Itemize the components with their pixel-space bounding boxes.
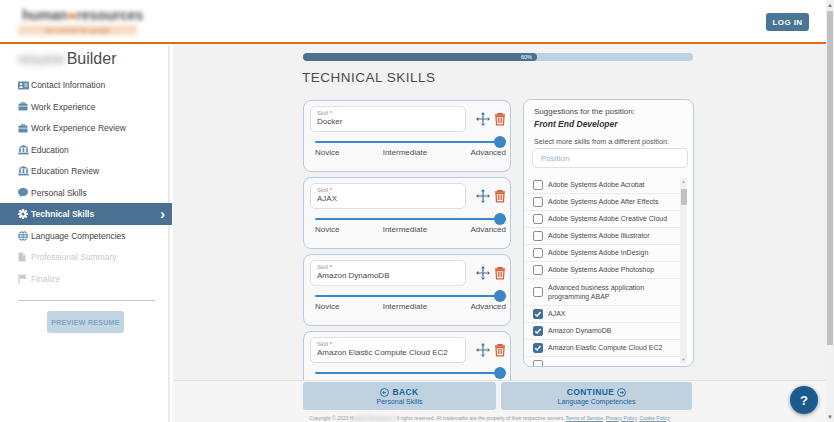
move-icon[interactable] bbox=[476, 112, 490, 126]
scroll-down-icon[interactable]: ▼ bbox=[826, 413, 834, 421]
suggestion-label: Adobe Systems Adobe Illustrator bbox=[548, 231, 650, 240]
move-icon[interactable] bbox=[476, 189, 490, 203]
list-scroll-up-icon[interactable]: ▲ bbox=[680, 178, 687, 186]
suggestion-row[interactable]: Adobe Systems Adobe Photoshop bbox=[524, 262, 680, 279]
suggestion-row[interactable]: AJAX bbox=[524, 306, 680, 323]
suggestion-label: AJAX bbox=[548, 309, 566, 318]
checkbox[interactable] bbox=[533, 214, 543, 224]
checkbox[interactable] bbox=[533, 265, 543, 275]
page-scrollbar[interactable]: ▲ ▼ bbox=[826, 0, 834, 422]
terms-link[interactable]: Terms of Service bbox=[566, 415, 603, 421]
skill-level-slider[interactable] bbox=[315, 372, 506, 375]
slider-thumb[interactable] bbox=[494, 367, 506, 379]
suggestion-row[interactable]: Adobe Systems Adobe Creative Cloud bbox=[524, 211, 680, 228]
login-button[interactable]: LOG IN bbox=[766, 13, 809, 31]
sidebar-nav: Contact InformationWork ExperienceWork E… bbox=[0, 74, 172, 289]
sidebar-item-technical-skills[interactable]: Technical Skills› bbox=[0, 203, 172, 225]
checkbox[interactable] bbox=[533, 248, 543, 258]
skill-input[interactable]: Skill *Amazon DynamoDB bbox=[310, 260, 466, 286]
cookie-link[interactable]: Cookie Policy bbox=[639, 415, 669, 421]
checkbox[interactable] bbox=[533, 360, 543, 367]
suggestion-row[interactable]: Adobe Systems Adobe InDesign bbox=[524, 245, 680, 262]
sidebar: resume Builder Contact InformationWork E… bbox=[0, 46, 170, 422]
document-icon bbox=[18, 252, 29, 262]
sidebar-item-education-review[interactable]: Education Review bbox=[0, 160, 172, 182]
continue-button[interactable]: CONTINUE Language Competencies bbox=[501, 382, 692, 410]
suggestion-row[interactable]: Adobe Systems Adobe After Effects bbox=[524, 194, 680, 211]
level-label: Novice bbox=[315, 148, 339, 157]
trash-icon[interactable] bbox=[494, 189, 506, 203]
page-title: TECHNICAL SKILLS bbox=[302, 70, 436, 85]
position-input[interactable]: Position bbox=[532, 148, 688, 168]
trash-icon[interactable] bbox=[494, 266, 506, 280]
skill-input[interactable]: Skill *Amazon Elastic Compute Cloud EC2 bbox=[310, 337, 466, 363]
skill-input-value: Amazon Elastic Compute Cloud EC2 bbox=[317, 348, 459, 357]
sidebar-item-label: Contact Information bbox=[31, 80, 105, 90]
suggestion-row[interactable]: Adobe Systems Adobe Illustrator bbox=[524, 228, 680, 245]
level-label: Advanced bbox=[470, 225, 506, 234]
sidebar-item-language-competencies[interactable]: Language Competencies bbox=[0, 225, 172, 247]
suggestions-panel: Suggestions for the position: Front End … bbox=[523, 99, 694, 367]
level-label: Novice bbox=[315, 225, 339, 234]
list-scrollbar[interactable]: ▲ ▼ bbox=[680, 178, 687, 364]
level-label: Advanced bbox=[470, 148, 506, 157]
checkbox[interactable] bbox=[533, 197, 543, 207]
trash-icon[interactable] bbox=[494, 343, 506, 357]
gear-icon bbox=[18, 209, 29, 219]
move-icon[interactable] bbox=[476, 266, 490, 280]
suggestion-label: Amazon DynamoDB bbox=[548, 326, 611, 335]
briefcase-icon bbox=[18, 102, 29, 112]
suggestion-row[interactable]: Adobe Systems Adobe Acrobat bbox=[524, 177, 680, 194]
scroll-up-icon[interactable]: ▲ bbox=[826, 1, 834, 9]
checkbox[interactable] bbox=[533, 180, 543, 190]
privacy-link[interactable]: Privacy Policy bbox=[606, 415, 637, 421]
level-label: Intermediate bbox=[383, 302, 427, 311]
trash-icon[interactable] bbox=[494, 112, 506, 126]
list-scroll-down-icon[interactable]: ▼ bbox=[680, 356, 687, 364]
scroll-thumb[interactable] bbox=[827, 11, 833, 345]
suggestion-row[interactable] bbox=[524, 357, 680, 367]
move-icon[interactable] bbox=[476, 343, 490, 357]
slider-thumb[interactable] bbox=[494, 213, 506, 225]
checkbox[interactable] bbox=[533, 326, 543, 336]
sidebar-item-work-experience-review[interactable]: Work Experience Review bbox=[0, 117, 172, 139]
suggestion-row[interactable]: Advanced business application programmin… bbox=[524, 279, 680, 306]
chevron-right-icon: › bbox=[160, 206, 165, 222]
preview-resume-button[interactable]: PREVIEW RESUME bbox=[47, 311, 124, 333]
help-button[interactable]: ? bbox=[790, 386, 818, 414]
skill-level-slider[interactable] bbox=[315, 295, 506, 298]
sidebar-item-finalize: Finalize bbox=[0, 268, 172, 290]
logo[interactable]: human●resources we connect the people bbox=[18, 7, 138, 39]
suggestion-label: Adobe Systems Adobe InDesign bbox=[548, 248, 648, 257]
checkbox[interactable] bbox=[533, 309, 543, 319]
slider-thumb[interactable] bbox=[494, 290, 506, 302]
slider-thumb[interactable] bbox=[494, 136, 506, 148]
back-button[interactable]: BACK Personal Skills bbox=[303, 382, 496, 410]
sidebar-title: resume Builder bbox=[18, 48, 117, 70]
suggestions-position: Front End Developer bbox=[534, 119, 618, 129]
sidebar-item-label: Education Review bbox=[31, 166, 99, 176]
school-building-icon bbox=[18, 145, 29, 155]
checkbox[interactable] bbox=[533, 343, 543, 353]
contact-card-icon bbox=[18, 80, 29, 90]
suggestion-label: Adobe Systems Adobe Creative Cloud bbox=[548, 214, 667, 223]
suggestion-label: Amazon Elastic Compute Cloud EC2 bbox=[548, 343, 662, 352]
checkbox[interactable] bbox=[533, 231, 543, 241]
list-scroll-thumb[interactable] bbox=[681, 189, 687, 205]
level-label: Advanced bbox=[470, 302, 506, 311]
sidebar-item-work-experience[interactable]: Work Experience bbox=[0, 96, 172, 118]
sidebar-item-contact-information[interactable]: Contact Information bbox=[0, 74, 172, 96]
suggestion-row[interactable]: Amazon Elastic Compute Cloud EC2 bbox=[524, 340, 680, 357]
skill-input[interactable]: Skill *Docker bbox=[310, 106, 466, 132]
checkbox[interactable] bbox=[533, 287, 543, 297]
skill-input[interactable]: Skill *AJAX bbox=[310, 183, 466, 209]
sidebar-item-education[interactable]: Education bbox=[0, 139, 172, 161]
suggestion-row[interactable]: Amazon DynamoDB bbox=[524, 323, 680, 340]
skill-level-slider[interactable] bbox=[315, 141, 506, 144]
skill-input-value: AJAX bbox=[317, 194, 459, 203]
level-label: Intermediate bbox=[383, 225, 427, 234]
suggestions-select-label: Select more skills from a different posi… bbox=[534, 137, 669, 146]
sidebar-item-personal-skills[interactable]: Personal Skills bbox=[0, 182, 172, 204]
suggestion-label: Adobe Systems Adobe Photoshop bbox=[548, 265, 654, 274]
skill-level-slider[interactable] bbox=[315, 218, 506, 221]
